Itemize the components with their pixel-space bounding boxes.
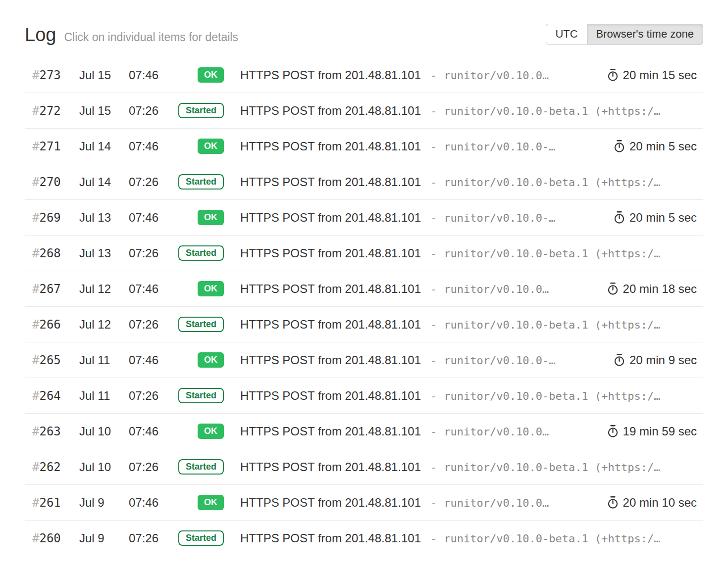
duration-text: 20 min 5 sec	[629, 211, 697, 225]
status-badge-cell: Started	[174, 530, 224, 546]
number-value: 261	[39, 496, 60, 510]
duration-text: 20 min 5 sec	[629, 140, 697, 153]
number-hash: #	[32, 140, 39, 153]
event-time: 07:26	[129, 460, 174, 474]
event-description: HTTPS POST from 201.48.81.101	[240, 140, 421, 153]
log-row[interactable]: #272 Jul 15 07:26 Started HTTPS POST fro…	[25, 93, 703, 129]
event-time: 07:26	[129, 389, 174, 403]
number-value: 270	[39, 175, 60, 189]
user-agent-text: runitor/v0.10.0-beta.1 (+https:/…	[444, 532, 660, 545]
timezone-toggle-group: UTC Browser's time zone	[546, 24, 703, 45]
user-agent-text: runitor/v0.10.0-beta.1 (+https:/…	[444, 319, 660, 331]
stopwatch-icon	[614, 353, 625, 367]
stopwatch-icon	[607, 496, 619, 509]
log-row[interactable]: #270 Jul 14 07:26 Started HTTPS POST fro…	[25, 164, 703, 200]
separator-dash: -	[430, 426, 437, 438]
number-hash: #	[32, 425, 39, 438]
number-hash: #	[32, 175, 39, 189]
event-description: HTTPS POST from 201.48.81.101	[240, 246, 421, 260]
separator-dash: -	[430, 141, 437, 153]
check-number: #264	[25, 389, 79, 403]
number-value: 264	[39, 389, 60, 403]
event-date: Jul 9	[79, 496, 129, 510]
event-description-cell: HTTPS POST from 201.48.81.101 - runitor/…	[240, 104, 703, 118]
event-description: HTTPS POST from 201.48.81.101	[240, 389, 421, 403]
check-number: #262	[25, 460, 79, 474]
status-badge-cell: Started	[174, 174, 224, 190]
event-time: 07:46	[129, 68, 174, 82]
check-number: #272	[25, 104, 79, 118]
status-badge-cell: Started	[174, 388, 224, 403]
utc-button[interactable]: UTC	[546, 24, 586, 45]
status-badge-cell: Started	[174, 245, 224, 261]
event-date: Jul 9	[79, 531, 129, 545]
duration-text: 20 min 10 sec	[623, 496, 697, 510]
user-agent-text: runitor/v0.10.0-beta.1 (+https:/…	[444, 105, 660, 117]
duration: 20 min 9 sec	[605, 353, 703, 367]
number-hash: #	[32, 282, 39, 296]
number-hash: #	[32, 460, 39, 474]
event-date: Jul 10	[79, 425, 129, 438]
check-number: #260	[25, 531, 79, 545]
status-badge: OK	[198, 210, 224, 225]
title-wrap: Log Click on individual items for detail…	[25, 23, 238, 47]
user-agent-text: runitor/v0.10.0…	[444, 497, 549, 509]
separator-dash: -	[430, 390, 437, 402]
event-date: Jul 14	[79, 140, 129, 153]
event-time: 07:26	[129, 318, 174, 332]
duration: 20 min 18 sec	[598, 282, 703, 296]
event-description: HTTPS POST from 201.48.81.101	[240, 425, 421, 438]
log-row[interactable]: #265 Jul 11 07:46 OK HTTPS POST from 201…	[25, 342, 703, 378]
event-time: 07:46	[129, 496, 174, 510]
event-description: HTTPS POST from 201.48.81.101	[240, 460, 421, 474]
event-time: 07:46	[129, 282, 174, 296]
log-row[interactable]: #266 Jul 12 07:26 Started HTTPS POST fro…	[25, 307, 703, 342]
number-hash: #	[32, 389, 39, 403]
status-badge: Started	[178, 317, 224, 332]
log-row[interactable]: #260 Jul 9 07:26 Started HTTPS POST from…	[25, 521, 703, 556]
log-row[interactable]: #269 Jul 13 07:46 OK HTTPS POST from 201…	[25, 200, 703, 236]
browser-timezone-button[interactable]: Browser's time zone	[587, 24, 703, 45]
number-value: 266	[39, 318, 60, 332]
duration: 20 min 5 sec	[605, 211, 703, 225]
event-description: HTTPS POST from 201.48.81.101	[240, 531, 421, 545]
number-hash: #	[32, 68, 39, 82]
status-badge: Started	[178, 174, 224, 190]
status-badge: Started	[178, 530, 224, 546]
log-row[interactable]: #262 Jul 10 07:26 Started HTTPS POST fro…	[25, 449, 703, 485]
log-row[interactable]: #273 Jul 15 07:46 OK HTTPS POST from 201…	[25, 57, 703, 93]
status-badge-cell: OK	[174, 352, 224, 368]
event-time: 07:26	[129, 246, 174, 260]
status-badge-cell: OK	[174, 495, 224, 510]
duration: 20 min 5 sec	[605, 140, 703, 153]
event-date: Jul 11	[79, 353, 129, 367]
event-description: HTTPS POST from 201.48.81.101	[240, 353, 421, 367]
log-row[interactable]: #267 Jul 12 07:46 OK HTTPS POST from 201…	[25, 271, 703, 307]
event-description: HTTPS POST from 201.48.81.101	[240, 104, 421, 118]
user-agent-text: runitor/v0.10.0-…	[444, 141, 555, 153]
log-row[interactable]: #264 Jul 11 07:26 Started HTTPS POST fro…	[25, 378, 703, 414]
number-hash: #	[32, 531, 39, 545]
status-badge: OK	[198, 424, 224, 439]
event-description: HTTPS POST from 201.48.81.101	[240, 496, 421, 510]
separator-dash: -	[430, 354, 437, 367]
separator-dash: -	[430, 319, 437, 331]
check-number: #266	[25, 318, 79, 332]
status-badge: Started	[178, 103, 224, 118]
status-badge-cell: OK	[174, 210, 224, 225]
event-time: 07:26	[129, 104, 174, 118]
event-date: Jul 11	[79, 389, 129, 403]
event-date: Jul 12	[79, 282, 129, 296]
number-value: 267	[39, 282, 60, 296]
log-row[interactable]: #271 Jul 14 07:46 OK HTTPS POST from 201…	[25, 129, 703, 164]
event-date: Jul 14	[79, 175, 129, 189]
event-time: 07:46	[129, 353, 174, 367]
log-row[interactable]: #268 Jul 13 07:26 Started HTTPS POST fro…	[25, 236, 703, 271]
log-row[interactable]: #261 Jul 9 07:46 OK HTTPS POST from 201.…	[25, 485, 703, 521]
separator-dash: -	[430, 247, 437, 260]
event-date: Jul 15	[79, 68, 129, 82]
number-hash: #	[32, 104, 39, 118]
log-row[interactable]: #263 Jul 10 07:46 OK HTTPS POST from 201…	[25, 414, 703, 449]
status-badge-cell: Started	[174, 459, 224, 475]
event-time: 07:26	[129, 531, 174, 545]
